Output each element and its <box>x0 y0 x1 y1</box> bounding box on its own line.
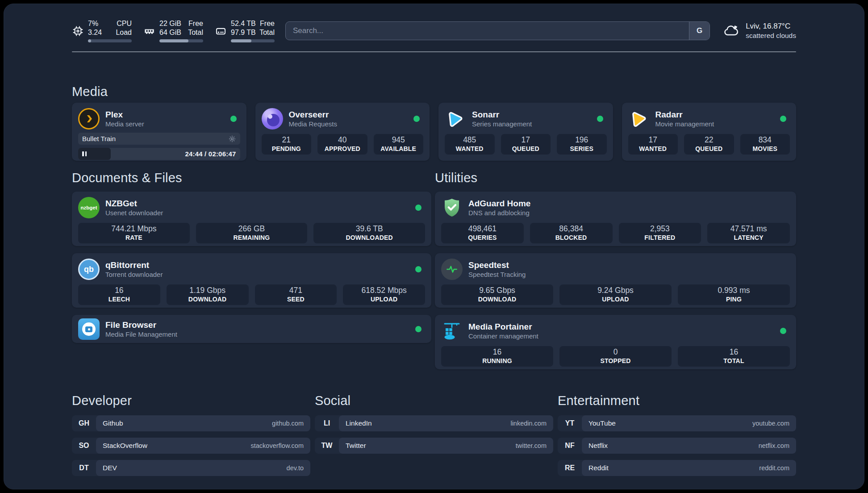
bookmark-netflix[interactable]: NF Netflix netflix.com <box>558 438 796 454</box>
cloud-icon <box>722 23 740 39</box>
plex-icon <box>78 108 100 130</box>
speedtest-icon <box>441 259 463 280</box>
stats-row: 21 PENDING 40 APPROVED 945 AVAILABLE <box>262 134 424 155</box>
stats-row: 485 WANTED 17 QUEUED 196 SERIES <box>445 134 607 155</box>
stat-latency: 47.571 ms LATENCY <box>707 223 790 243</box>
middle-columns: Documents & Files nzbget NZBGet Usenet d… <box>72 171 796 369</box>
qbittorrent-icon: qb <box>78 259 100 280</box>
disk-usage-bar <box>231 39 275 42</box>
bookmark-youtube[interactable]: YT YouTube youtube.com <box>558 415 796 431</box>
filebrowser-icon <box>78 318 100 340</box>
service-desc: Usenet downloader <box>105 209 163 217</box>
stat-filtered: 2,953 FILTERED <box>619 223 701 243</box>
stat-downloaded: 39.6 TB DOWNLOADED <box>313 223 425 243</box>
disk-free: 52.4 TB <box>231 19 256 28</box>
disk-widget-body: 52.4 TB 97.9 TB Free Total <box>231 19 275 42</box>
memory-free: 22 GiB <box>159 19 181 28</box>
service-card-qbittorrent[interactable]: qb qBittorrent Torrent downloader 16 LEE… <box>72 253 431 308</box>
now-playing-time: 24:44 / 02:06:47 <box>185 150 236 158</box>
service-name: Plex <box>105 109 144 120</box>
topbar: 7% 3.24 CPU Load <box>72 19 796 42</box>
status-dot <box>597 116 603 122</box>
cpu-widget-body: 7% 3.24 CPU Load <box>88 19 132 42</box>
service-card-radarr[interactable]: Radarr Movie management 17 WANTED 22 QUE… <box>622 103 797 161</box>
stat-series: 196 SERIES <box>557 134 607 155</box>
service-card-adguard[interactable]: AdGuard Home DNS and adblocking 498,461 … <box>435 192 796 246</box>
stats-row: 744.21 Mbps RATE 266 GB REMAINING 39.6 T… <box>78 223 425 243</box>
service-name: Sonarr <box>472 109 532 120</box>
service-card-plex[interactable]: Plex Media server Bullet Train 24:44 / 0… <box>72 103 246 161</box>
sonarr-icon <box>445 108 466 130</box>
search-input[interactable] <box>286 22 689 40</box>
stat-ping: 0.993 ms PING <box>678 284 790 305</box>
bookmark-reddit[interactable]: RE Reddit reddit.com <box>558 460 796 476</box>
bookmark-twitter[interactable]: TW Twitter twitter.com <box>315 438 553 454</box>
service-name: File Browser <box>105 320 177 330</box>
memory-label-2: Total <box>188 28 203 37</box>
dashboard-page: 7% 3.24 CPU Load <box>4 4 864 489</box>
cpu-loadavg: 3.24 <box>88 28 102 37</box>
memory-label-1: Free <box>188 19 203 28</box>
now-playing-title: Bullet Train <box>82 135 116 142</box>
stat-wanted: 485 WANTED <box>445 134 495 155</box>
service-desc: Movie management <box>655 120 714 129</box>
service-card-portainer[interactable]: Media Portainer Container management 16 … <box>435 315 796 369</box>
stat-stopped: 0 STOPPED <box>559 346 672 367</box>
service-card-overseerr[interactable]: Overseerr Media Requests 21 PENDING 40 A… <box>255 103 430 161</box>
stats-row: 16 RUNNING 0 STOPPED 16 TOTAL <box>441 346 790 367</box>
stat-movies: 834 MOVIES <box>740 134 790 155</box>
cpu-label-1: CPU <box>117 19 132 28</box>
stat-remaining: 266 GB REMAINING <box>196 223 308 243</box>
bookmark-group-social: Social LI LinkedIn linkedin.com TW Twitt… <box>315 393 553 482</box>
status-dot <box>780 116 786 122</box>
service-card-nzbget[interactable]: nzbget NZBGet Usenet downloader 744.21 M… <box>72 192 431 246</box>
topbar-divider <box>72 51 796 52</box>
service-card-filebrowser[interactable]: File Browser Media File Management <box>72 315 431 343</box>
service-desc: Media File Management <box>105 330 177 339</box>
service-name: Speedtest <box>468 260 526 271</box>
section-title-media: Media <box>72 84 796 99</box>
search-provider-button[interactable]: G <box>689 22 709 40</box>
service-card-sonarr[interactable]: Sonarr Series management 485 WANTED 17 Q… <box>438 103 613 161</box>
stat-available: 945 AVAILABLE <box>374 134 424 155</box>
service-name: Media Portainer <box>468 322 538 332</box>
disk-icon <box>215 25 227 37</box>
portainer-icon <box>441 320 463 342</box>
service-card-speedtest[interactable]: Speedtest Speedtest Tracking 9.65 Gbps D… <box>435 253 796 308</box>
service-desc: Container management <box>468 332 538 341</box>
bookmark-stackoverflow[interactable]: SO StackOverflow stackoverflow.com <box>72 438 310 454</box>
service-desc: Speedtest Tracking <box>468 271 526 279</box>
bookmark-github[interactable]: GH Github github.com <box>72 415 310 431</box>
now-playing-progress-row: 24:44 / 02:06:47 <box>78 148 240 160</box>
section-title-entertainment: Entertainment <box>558 393 796 408</box>
service-desc: DNS and adblocking <box>468 209 530 217</box>
settings-icon[interactable] <box>228 135 236 143</box>
stats-row: 17 WANTED 22 QUEUED 834 MOVIES <box>628 134 790 155</box>
overseerr-icon <box>262 108 283 130</box>
bookmark-group-entertainment: Entertainment YT YouTube youtube.com NF … <box>558 393 796 482</box>
memory-usage-bar <box>159 39 203 42</box>
status-dot <box>415 205 421 211</box>
cpu-icon <box>72 25 84 37</box>
nzbget-icon: nzbget <box>78 197 100 218</box>
section-title-documents: Documents & Files <box>72 171 431 185</box>
stat-queries: 498,461 QUERIES <box>441 223 524 243</box>
stat-download: 9.65 Gbps DOWNLOAD <box>441 284 553 305</box>
stat-leech: 16 LEECH <box>78 284 160 305</box>
disk-label-1: Free <box>260 19 275 28</box>
bookmarks: Developer GH Github github.com SO StackO… <box>72 393 796 482</box>
service-desc: Series management <box>472 120 532 129</box>
service-name: qBittorrent <box>105 260 163 271</box>
utilities-column: Utilities <box>435 171 796 369</box>
stat-queued: 22 QUEUED <box>684 134 734 155</box>
stat-download: 1.19 Gbps DOWNLOAD <box>167 284 249 305</box>
bookmark-dev[interactable]: DT DEV dev.to <box>72 460 310 476</box>
bookmark-linkedin[interactable]: LI LinkedIn linkedin.com <box>315 415 553 431</box>
stat-total: 16 TOTAL <box>678 346 790 367</box>
section-title-social: Social <box>315 393 553 408</box>
service-desc: Media Requests <box>289 120 337 129</box>
pause-icon <box>82 151 84 156</box>
radarr-icon <box>628 108 650 130</box>
stat-pending: 21 PENDING <box>262 134 312 155</box>
stats-row: 498,461 QUERIES 86,384 BLOCKED 2,953 FIL… <box>441 223 790 243</box>
